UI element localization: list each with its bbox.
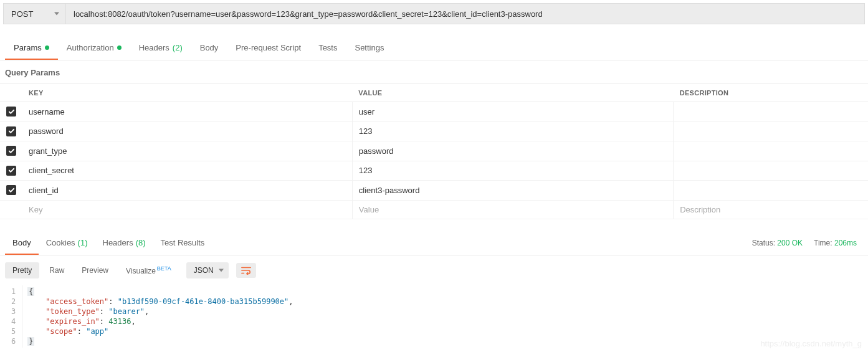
tab-resp-cookies[interactable]: Cookies (1) [39, 232, 95, 255]
line-number: 1 [11, 287, 16, 297]
tab-resp-body[interactable]: Body [5, 232, 39, 255]
authorization-indicator-icon [117, 45, 122, 50]
param-key-placeholder[interactable]: Key [22, 200, 352, 219]
time-value: 206ms [834, 239, 857, 247]
status-value: 200 OK [777, 239, 803, 247]
tab-params[interactable]: Params [5, 37, 58, 60]
line-number: 4 [11, 316, 16, 326]
tab-body-label: Body [200, 43, 219, 52]
col-value-header: VALUE [352, 84, 673, 102]
tab-prerequest-label: Pre-request Script [236, 43, 301, 52]
preview-button[interactable]: Preview [74, 262, 116, 278]
param-description[interactable] [674, 161, 868, 181]
param-value-placeholder[interactable]: Value [352, 200, 673, 219]
response-tabs: Body Cookies (1) Headers (8) Test Result… [0, 232, 868, 255]
format-select[interactable]: JSON [186, 262, 229, 278]
tab-tests-label: Tests [318, 43, 337, 52]
tab-resp-cookies-count: (1) [78, 238, 88, 247]
param-key[interactable]: client_secret [22, 161, 352, 181]
line-number: 6 [11, 336, 16, 346]
line-number: 3 [11, 307, 16, 316]
param-key[interactable]: username [22, 102, 352, 122]
param-value[interactable]: user [352, 102, 673, 122]
tab-authorization[interactable]: Authorization [58, 37, 130, 60]
request-tabs: Params Authorization Headers (2) Body Pr… [0, 37, 868, 60]
status-label: Status: [752, 239, 775, 247]
param-key[interactable]: client_id [22, 181, 352, 201]
param-row: client_idclient3-password [0, 181, 868, 201]
wrap-line-button[interactable] [236, 263, 256, 278]
col-checkbox-header [0, 84, 22, 102]
url-input[interactable] [66, 4, 864, 24]
tab-authorization-label: Authorization [67, 43, 114, 52]
param-checkbox[interactable] [6, 126, 16, 136]
tab-headers[interactable]: Headers (2) [130, 37, 191, 60]
col-key-header: KEY [22, 84, 352, 102]
pretty-button[interactable]: Pretty [5, 262, 39, 278]
tab-tests[interactable]: Tests [310, 37, 346, 60]
param-row: password123 [0, 121, 868, 141]
tab-params-label: Params [14, 43, 42, 52]
body-toolbar: Pretty Raw Preview VisualizeBETA JSON [0, 255, 868, 285]
param-row: client_secret123 [0, 161, 868, 181]
visualize-label: Visualize [126, 267, 156, 275]
params-indicator-icon [45, 45, 49, 50]
response-meta: Status: 200 OK Time: 206ms [752, 239, 863, 247]
param-checkbox[interactable] [6, 146, 16, 156]
code-content: { "access_token": "b13df590-09cf-461e-84… [22, 285, 868, 348]
param-checkbox[interactable] [6, 107, 16, 117]
tab-resp-testresults[interactable]: Test Results [153, 232, 212, 255]
param-row: usernameuser [0, 102, 868, 122]
tab-resp-headers[interactable]: Headers (8) [95, 232, 153, 255]
param-value[interactable]: 123 [352, 161, 673, 181]
format-value: JSON [194, 266, 214, 275]
tab-headers-count: (2) [173, 43, 183, 52]
param-value[interactable]: password [352, 141, 673, 161]
tab-resp-headers-count: (8) [136, 238, 146, 247]
section-title: Query Params [0, 60, 868, 83]
param-key[interactable]: password [22, 121, 352, 141]
http-method-select[interactable]: POST [4, 4, 66, 24]
tab-settings[interactable]: Settings [346, 37, 393, 60]
tab-resp-cookies-label: Cookies [46, 238, 75, 247]
param-value[interactable]: 123 [352, 121, 673, 141]
params-table: KEY VALUE DESCRIPTION usernameuserpasswo… [0, 83, 868, 219]
http-method-value: POST [11, 9, 33, 19]
line-number: 2 [11, 297, 16, 307]
wrap-line-icon [241, 266, 251, 275]
param-value[interactable]: client3-password [352, 181, 673, 201]
tab-resp-body-label: Body [12, 238, 31, 247]
tab-resp-testresults-label: Test Results [161, 238, 205, 247]
beta-badge: BETA [157, 265, 171, 272]
param-placeholder-row: KeyValueDescription [0, 200, 868, 219]
tab-headers-label: Headers [139, 43, 169, 52]
col-description-header: DESCRIPTION [674, 84, 868, 102]
param-checkbox[interactable] [6, 166, 16, 176]
visualize-button[interactable]: VisualizeBETA [118, 262, 179, 279]
time-label: Time: [814, 239, 832, 247]
param-row: grant_typepassword [0, 141, 868, 161]
raw-button[interactable]: Raw [42, 262, 72, 278]
tab-resp-headers-label: Headers [103, 238, 133, 247]
tab-body[interactable]: Body [191, 37, 227, 60]
response-body-viewer[interactable]: 1 2 3 4 5 6 { "access_token": "b13df590-… [0, 285, 868, 348]
param-description[interactable] [674, 102, 868, 122]
tab-settings-label: Settings [355, 43, 384, 52]
param-checkbox[interactable] [6, 185, 16, 195]
request-url-bar: POST [3, 3, 865, 24]
param-description-placeholder[interactable]: Description [674, 200, 868, 219]
param-description[interactable] [674, 121, 868, 141]
param-description[interactable] [674, 181, 868, 201]
param-description[interactable] [674, 141, 868, 161]
line-number: 5 [11, 326, 16, 336]
param-key[interactable]: grant_type [22, 141, 352, 161]
tab-prerequest[interactable]: Pre-request Script [227, 37, 310, 60]
line-gutter: 1 2 3 4 5 6 [0, 285, 22, 348]
